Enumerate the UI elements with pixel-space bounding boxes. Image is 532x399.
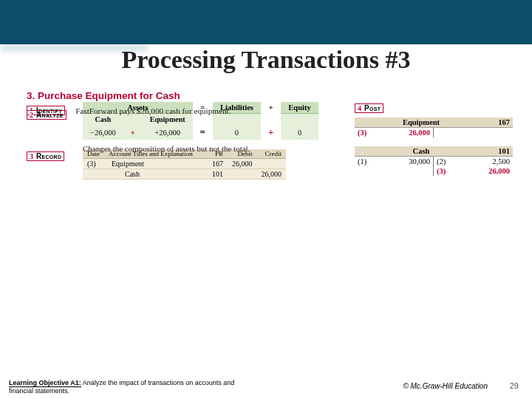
eq-liab-value: 0: [213, 125, 261, 140]
ledger-equip-l1-amt: 26,000: [375, 129, 430, 137]
eq-equipment-label: Equipment: [143, 114, 193, 126]
step-2-label: Analyze: [36, 111, 64, 119]
jh-account: Account Titles and Explanation: [104, 149, 208, 159]
eq-inner-plus: +: [123, 125, 143, 140]
ledger-cash-r2-amt: 26,000: [454, 167, 510, 175]
eq-equity-value: 0: [281, 125, 318, 140]
j-r1-account: Equipment: [104, 159, 208, 169]
step-4-number: 4: [358, 104, 361, 112]
j-r2-account: Cash: [104, 169, 208, 180]
ledger-cash-r2-ref: (3): [437, 167, 454, 175]
j-r2-pr: 101: [208, 169, 228, 180]
post-title-row: 4 Post: [355, 103, 513, 113]
ledger-cash-name: Cash: [355, 146, 488, 156]
ledger-cash: Cash 101 (1) 30,000 (2) 2,500 (3): [355, 146, 513, 176]
ledger-cash-no: 101: [488, 146, 513, 156]
eq-equal-sign-2: =: [193, 125, 213, 140]
step-2-box: 2 Analyze: [27, 110, 66, 120]
ledger-equip-l1-ref: (3): [358, 129, 375, 137]
post-area: 4 Post Equipment 167 (3) 26,000: [355, 103, 513, 185]
ledger-equip-name: Equipment: [355, 117, 488, 127]
step-4-label: Post: [364, 104, 381, 112]
step-3-label: Record: [36, 152, 61, 160]
ledger-equipment: Equipment 167 (3) 26,000: [355, 117, 513, 137]
eq-plus-sign-1: +: [261, 102, 281, 114]
lo-bold: Learning Objective A1:: [9, 379, 81, 387]
learning-objective: Learning Objective A1: Analyze the impac…: [9, 379, 260, 395]
eq-plus-sign-2: +: [261, 125, 281, 140]
j-r1-debit: 26,000: [228, 159, 257, 169]
j-r2-debit: [228, 169, 257, 180]
eq-cash-label: Cash: [83, 114, 123, 126]
ledger-cash-r1-ref: (2): [437, 157, 454, 166]
j-r2-credit: 26,000: [257, 169, 287, 180]
j-r2-date: [83, 169, 104, 180]
identify-text: FastForward pays $26,000 cash for equipm…: [71, 106, 231, 115]
step-3-number: 3: [30, 152, 33, 160]
copyright: © Mc.Graw-Hill Education: [403, 382, 488, 390]
journal-entry: Date Account Titles and Explanation PR D…: [83, 149, 286, 180]
j-r1-credit: [257, 159, 287, 169]
j-r1-pr: 167: [208, 159, 228, 169]
step-2-number: 2: [30, 111, 33, 119]
title-bar: [0, 0, 532, 44]
eq-equipment-value: +26,000: [143, 125, 193, 140]
eq-equity-header: Equity: [281, 102, 318, 114]
section-heading: 3. Purchase Equipment for Cash: [27, 90, 505, 101]
step-4-box: 4 Post: [355, 103, 383, 113]
j-r1-date: (3): [83, 159, 104, 169]
ledger-equip-no: 167: [488, 117, 513, 127]
page-number: 29: [510, 381, 519, 390]
ledger-cash-r1-amt: 2,500: [454, 157, 510, 166]
eq-cash-value: −26,000: [83, 125, 123, 140]
jh-credit: Credit: [257, 149, 287, 159]
slide-title: Processing Transactions #3: [0, 46, 532, 74]
step-3-box: 3 Record: [27, 151, 64, 161]
slide: Processing Transactions #3 3. Purchase E…: [0, 0, 532, 399]
ledger-cash-l1-ref: (1): [358, 157, 375, 166]
ledger-cash-l1-amt: 30,000: [375, 157, 430, 166]
